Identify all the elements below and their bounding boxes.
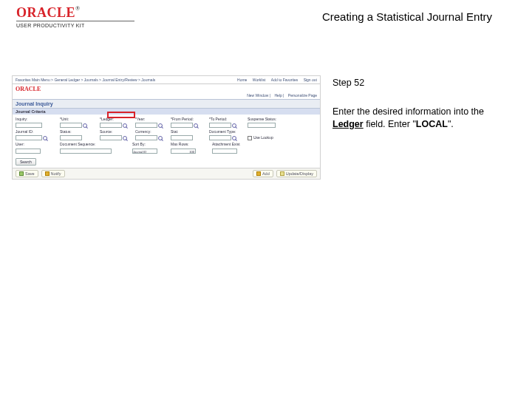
lbl-use-lookup <box>248 129 298 134</box>
instr-mid: field. Enter " <box>364 119 416 129</box>
lookup-icon[interactable] <box>232 123 236 128</box>
trademark-symbol: ® <box>75 5 80 12</box>
upk-subline: USER PRODUCTIVITY KIT <box>16 21 134 28</box>
doc-type-cell <box>209 135 245 140</box>
journal-id-input[interactable] <box>16 135 42 140</box>
app-screenshot: Favorites Main Menu > General Ledger > J… <box>12 75 321 180</box>
sort-by-cell: Journal ID <box>132 148 168 153</box>
doc-type-input[interactable] <box>209 135 231 140</box>
attach-input[interactable] <box>212 149 237 154</box>
lbl-sort-by: Sort By: <box>132 142 168 146</box>
instr-value: LOCAL <box>416 119 448 129</box>
use-lookup-text: Use Lookup <box>253 135 273 140</box>
stat-cell <box>171 135 206 140</box>
year-input[interactable] <box>135 123 157 128</box>
lookup-icon[interactable] <box>123 123 127 128</box>
source-cell <box>100 135 132 140</box>
to-period-input[interactable] <box>209 123 231 128</box>
breadcrumb: Favorites Main Menu > General Ledger > J… <box>16 78 233 82</box>
instr-prefix: Enter the desired information into the <box>332 106 484 117</box>
lbl-stat: Stat: <box>171 129 206 134</box>
use-lookup-checkbox[interactable] <box>248 136 252 140</box>
add-button[interactable]: Add <box>253 170 273 177</box>
user-cell <box>16 148 57 153</box>
use-lookup-cell: Use Lookup <box>248 135 298 140</box>
instr-suffix: ". <box>448 119 454 129</box>
lbl-journal-id: Journal ID: <box>16 129 57 134</box>
lbl-user: User: <box>16 142 57 146</box>
ss-oracle-logo: ORACLE <box>16 86 41 92</box>
lookup-icon[interactable] <box>43 136 47 140</box>
lookup-icon[interactable] <box>232 136 236 140</box>
link-favorites[interactable]: Add to Favorites <box>271 78 298 82</box>
lbl-currency: Currency: <box>135 129 168 134</box>
ss-footer: Save Notify Add Update/Display <box>13 168 320 179</box>
criteria-grid: Inquiry: *Unit: *Ledger: *Year: *From Pe… <box>13 115 320 142</box>
oracle-text: ORACLE <box>16 5 75 20</box>
lookup-icon[interactable] <box>83 123 87 128</box>
lbl-inquiry: Inquiry: <box>16 117 57 121</box>
lbl-to-period: *To Period: <box>209 117 245 121</box>
ss-logo-row: ORACLE <box>13 84 320 93</box>
lookup-icon[interactable] <box>123 136 127 140</box>
instruction-pane: Step 52 Enter the desired information in… <box>332 75 517 131</box>
lbl-doc-type: Document Type: <box>209 129 245 134</box>
ledger-cell <box>100 123 132 128</box>
from-period-cell <box>171 123 206 128</box>
link-worklist[interactable]: Worklist <box>253 78 266 82</box>
unit-input[interactable] <box>60 123 82 128</box>
search-button[interactable]: Search <box>16 158 36 166</box>
inquiry-input[interactable] <box>16 123 42 128</box>
page-header: ORACLE® USER PRODUCTIVITY KIT Creating a… <box>0 0 532 31</box>
currency-input[interactable] <box>135 135 157 140</box>
section-band: Journal Inquiry <box>13 99 320 109</box>
link-help[interactable]: Help <box>274 93 282 98</box>
top-nav-links: Home Worklist Add to Favorites Sign out <box>233 78 317 82</box>
sort-by-input[interactable]: Journal ID <box>132 149 157 154</box>
lbl-unit: *Unit: <box>60 117 97 121</box>
lookup-icon[interactable] <box>158 123 163 128</box>
source-input[interactable] <box>100 135 122 140</box>
link-signout[interactable]: Sign out <box>304 78 317 82</box>
instr-field-name: Ledger <box>332 119 364 129</box>
oracle-wordmark: ORACLE® <box>16 6 134 19</box>
lbl-suspense: Suspense Status: <box>248 117 298 121</box>
user-input[interactable] <box>16 149 41 154</box>
lbl-ledger: *Ledger: <box>100 117 132 121</box>
doc-seq-input[interactable] <box>60 149 112 154</box>
suspense-cell <box>248 123 298 128</box>
lbl-doc-seq: Document Sequence: <box>60 142 129 146</box>
journal-id-cell <box>16 135 57 140</box>
add-icon <box>256 171 261 176</box>
stat-input[interactable] <box>171 135 193 140</box>
unit-cell <box>60 123 97 128</box>
step-label: Step 52 <box>332 77 517 89</box>
link-home[interactable]: Home <box>237 78 247 82</box>
link-personalize[interactable]: Personalize Page <box>288 93 317 98</box>
lbl-year: *Year: <box>135 117 168 121</box>
link-new-window[interactable]: New Window <box>247 93 268 98</box>
update-icon <box>280 171 284 176</box>
lookup-icon[interactable] <box>158 136 163 140</box>
ss-utility-links: New Window | Help | Personalize Page <box>13 93 320 99</box>
lookup-icon[interactable] <box>194 123 198 128</box>
instruction-text: Enter the desired information into the L… <box>332 106 517 131</box>
to-period-cell <box>209 123 245 128</box>
search-bar: Search <box>13 156 320 168</box>
max-rows-cell: 100 <box>171 148 209 153</box>
criteria-row3: User: Document Sequence: Sort By: Max Ro… <box>13 142 320 155</box>
save-button[interactable]: Save <box>16 170 38 177</box>
suspense-input[interactable] <box>248 123 276 128</box>
ledger-input[interactable] <box>100 123 122 128</box>
lbl-source: Source: <box>100 129 132 134</box>
update-display-button[interactable]: Update/Display <box>276 170 317 177</box>
max-rows-input[interactable]: 100 <box>171 149 196 154</box>
notify-icon <box>45 171 50 176</box>
from-period-input[interactable] <box>171 123 193 128</box>
attach-cell <box>212 148 265 153</box>
notify-button[interactable]: Notify <box>41 170 65 177</box>
status-input[interactable] <box>60 135 82 140</box>
status-cell <box>60 135 97 140</box>
currency-cell <box>135 135 168 140</box>
page-title: Creating a Statistical Journal Entry <box>134 6 517 23</box>
